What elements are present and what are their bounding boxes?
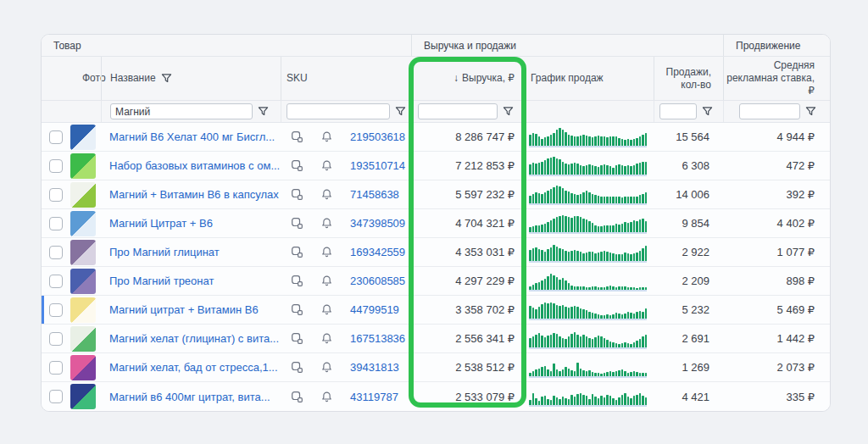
bell-icon[interactable] bbox=[320, 130, 333, 143]
product-name-link[interactable]: Набор базовых витаминов с ом... bbox=[109, 159, 280, 172]
filter-cell-name bbox=[101, 101, 281, 122]
row-checkbox[interactable] bbox=[49, 275, 63, 288]
product-name-link[interactable]: Магний хелат, бад от стресса,1... bbox=[109, 361, 278, 374]
product-name-link[interactable]: Магний Цитрат + В6 bbox=[109, 217, 213, 230]
row-checkbox[interactable] bbox=[49, 361, 63, 375]
product-name-link[interactable]: Магний цитрат + Витамин В6 bbox=[109, 303, 259, 316]
row-checkbox[interactable] bbox=[49, 390, 63, 403]
product-photo[interactable] bbox=[70, 384, 96, 409]
copy-icon[interactable] bbox=[291, 391, 303, 403]
row-checkbox[interactable] bbox=[49, 303, 63, 317]
sales-count: 5 232 bbox=[654, 303, 723, 316]
product-name-link[interactable]: Про Магний треонат bbox=[109, 275, 214, 287]
row-checkbox[interactable] bbox=[49, 159, 63, 173]
row-checkbox[interactable] bbox=[49, 217, 63, 230]
page-background: Товар Выручка и продажи Продвижение Фото… bbox=[0, 0, 868, 444]
product-name-link[interactable]: Магний хелат (глицинат) с вита... bbox=[109, 332, 279, 345]
bell-icon[interactable] bbox=[320, 332, 333, 345]
sales-sparkline bbox=[529, 300, 647, 320]
product-photo[interactable] bbox=[70, 182, 96, 208]
sales-count: 6 308 bbox=[654, 159, 723, 172]
table-row: Магний + Витамин В6 в капсулах 71458638 … bbox=[42, 180, 830, 209]
sku-link[interactable]: 44799519 bbox=[350, 303, 399, 316]
row-checkbox[interactable] bbox=[49, 188, 63, 202]
name-column-header[interactable]: Название bbox=[101, 57, 281, 100]
product-name-link[interactable]: Магний + Витамин В6 в капсулах bbox=[109, 188, 279, 201]
copy-icon[interactable] bbox=[291, 130, 303, 143]
product-photo[interactable] bbox=[70, 297, 96, 323]
filter-funnel-icon[interactable] bbox=[258, 106, 269, 117]
sales-count: 2 922 bbox=[654, 246, 723, 258]
copy-icon[interactable] bbox=[291, 159, 303, 172]
bell-icon[interactable] bbox=[320, 217, 333, 230]
copy-icon[interactable] bbox=[291, 361, 303, 374]
row-checkbox[interactable] bbox=[49, 130, 63, 144]
revenue-filter-input[interactable] bbox=[418, 103, 498, 119]
sales-count: 14 006 bbox=[654, 188, 723, 201]
bell-icon[interactable] bbox=[320, 361, 333, 374]
copy-icon[interactable] bbox=[291, 332, 303, 345]
filter-cell-revenue bbox=[411, 101, 526, 122]
bell-icon[interactable] bbox=[320, 391, 333, 403]
filter-funnel-icon[interactable] bbox=[805, 106, 816, 117]
filter-funnel-icon[interactable] bbox=[395, 106, 406, 117]
filter-funnel-icon[interactable] bbox=[503, 106, 514, 117]
product-photo[interactable] bbox=[70, 355, 96, 380]
product-photo[interactable] bbox=[70, 326, 96, 352]
sales-count: 9 854 bbox=[654, 217, 723, 230]
copy-icon[interactable] bbox=[291, 188, 303, 201]
sku-column-header[interactable]: SKU bbox=[281, 57, 411, 100]
photo-column-header: Фото bbox=[70, 57, 101, 100]
sku-link[interactable]: 347398509 bbox=[350, 217, 405, 230]
rate-filter-input[interactable] bbox=[739, 103, 800, 119]
bell-icon[interactable] bbox=[320, 246, 333, 258]
name-filter-input[interactable] bbox=[110, 103, 253, 119]
bell-icon[interactable] bbox=[320, 303, 333, 316]
product-photo[interactable] bbox=[70, 240, 96, 265]
sku-filter-input[interactable] bbox=[287, 103, 390, 119]
copy-icon[interactable] bbox=[291, 275, 303, 287]
sales-sparkline bbox=[529, 156, 647, 176]
product-photo[interactable] bbox=[70, 153, 96, 179]
filter-funnel-icon[interactable] bbox=[161, 73, 172, 84]
product-photo[interactable] bbox=[70, 269, 96, 294]
bell-icon[interactable] bbox=[320, 275, 333, 287]
copy-icon[interactable] bbox=[291, 303, 303, 316]
sales-filter-input[interactable] bbox=[659, 103, 697, 119]
sku-link[interactable]: 39431813 bbox=[350, 361, 399, 374]
revenue-column-label: Выручка, ₽ bbox=[462, 72, 515, 85]
product-name-link[interactable]: Магний В6 Хелат 400 мг Бисгл... bbox=[109, 130, 275, 143]
table-row: Магний хелат (глицинат) с вита... 167513… bbox=[42, 325, 830, 353]
sku-link[interactable]: 169342559 bbox=[350, 246, 405, 258]
product-name-link[interactable]: Магний в6 400мг цитрат, вита... bbox=[109, 391, 270, 403]
product-name-link[interactable]: Про Магний глицинат bbox=[109, 246, 220, 258]
sales-count: 4 421 bbox=[654, 391, 723, 403]
table-filter-row bbox=[42, 101, 830, 123]
revenue-value: 8 286 747 ₽ bbox=[411, 130, 526, 143]
sku-link[interactable]: 230608585 bbox=[350, 275, 405, 287]
copy-icon[interactable] bbox=[291, 246, 303, 258]
sales-count: 1 269 bbox=[654, 361, 723, 374]
product-photo[interactable] bbox=[70, 211, 96, 236]
filter-funnel-icon[interactable] bbox=[702, 106, 713, 117]
sku-link[interactable]: 167513836 bbox=[350, 332, 405, 345]
sku-link[interactable]: 193510714 bbox=[350, 159, 405, 172]
sku-link[interactable]: 71458638 bbox=[350, 188, 399, 201]
revenue-column-header[interactable]: ↓ Выручка, ₽ bbox=[411, 57, 526, 100]
sku-link[interactable]: 219503618 bbox=[350, 130, 405, 143]
ad-rate: 2 073 ₽ bbox=[723, 361, 830, 374]
sort-desc-icon[interactable]: ↓ bbox=[453, 72, 459, 85]
products-table: Товар Выручка и продажи Продвижение Фото… bbox=[41, 34, 831, 412]
sales-column-header[interactable]: Продажи, кол-во bbox=[654, 57, 723, 100]
sku-link[interactable]: 43119787 bbox=[350, 391, 398, 403]
row-checkbox[interactable] bbox=[49, 332, 63, 346]
row-checkbox[interactable] bbox=[49, 246, 63, 259]
filter-cell-sales bbox=[654, 101, 723, 122]
table-row: Набор базовых витаминов с ом... 19351071… bbox=[42, 152, 830, 180]
product-photo[interactable] bbox=[70, 125, 96, 150]
bell-icon[interactable] bbox=[320, 159, 333, 172]
revenue-value: 7 212 853 ₽ bbox=[411, 159, 526, 172]
copy-icon[interactable] bbox=[291, 217, 303, 230]
rate-column-header[interactable]: Средняя рекламная ставка, ₽ bbox=[723, 57, 830, 100]
bell-icon[interactable] bbox=[320, 188, 333, 201]
